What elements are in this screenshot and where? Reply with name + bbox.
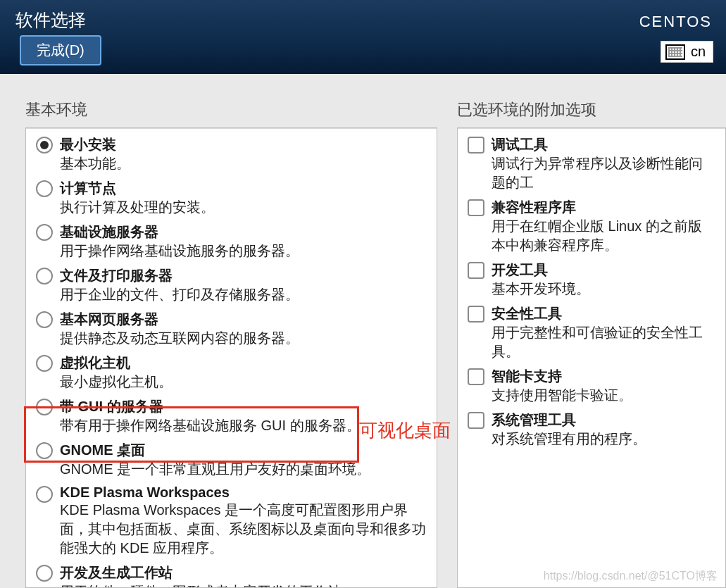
option-title: 计算节点 bbox=[60, 179, 427, 198]
option-desc: 用于软件、硬件、图形或者内容开发的工作站。 bbox=[60, 582, 427, 588]
radio-icon bbox=[36, 137, 53, 154]
option-desc: KDE Plasma Workspaces 是一个高度可配置图形用户界面，其中包… bbox=[60, 501, 427, 558]
base-env-option[interactable]: 基础设施服务器用于操作网络基础设施服务的服务器。 bbox=[26, 220, 437, 263]
base-env-option[interactable]: 计算节点执行计算及处理的安装。 bbox=[26, 176, 437, 220]
addon-option[interactable]: 智能卡支持支持使用智能卡验证。 bbox=[458, 364, 725, 408]
base-env-option[interactable]: 文件及打印服务器用于企业的文件、打印及存储服务器。 bbox=[26, 263, 437, 307]
option-desc: 用于企业的文件、打印及存储服务器。 bbox=[60, 285, 427, 304]
option-title: 基础设施服务器 bbox=[60, 223, 427, 242]
base-env-option[interactable]: 带 GUI 的服务器带有用于操作网络基础设施服务 GUI 的服务器。 bbox=[26, 394, 437, 438]
keyboard-icon bbox=[665, 44, 685, 60]
option-title: KDE Plasma Workspaces bbox=[60, 484, 427, 501]
option-desc: 用于在红帽企业版 Linux 的之前版本中构兼容程序库。 bbox=[492, 217, 715, 255]
base-env-heading: 基本环境 bbox=[25, 99, 437, 120]
option-desc: 对系统管理有用的程序。 bbox=[492, 430, 715, 449]
radio-icon bbox=[36, 268, 53, 284]
radio-icon bbox=[36, 180, 53, 197]
radio-icon bbox=[36, 399, 53, 415]
option-title: 开发工具 bbox=[492, 261, 715, 280]
option-title: 调试工具 bbox=[492, 135, 715, 154]
addon-option[interactable]: 调试工具调试行为异常程序以及诊断性能问题的工 bbox=[458, 132, 725, 195]
base-env-option[interactable]: 基本网页服务器提供静态及动态互联网内容的服务器。 bbox=[26, 307, 437, 351]
option-desc: 带有用于操作网络基础设施服务 GUI 的服务器。 bbox=[60, 416, 427, 435]
option-title: 开发及生成工作站 bbox=[60, 563, 427, 582]
option-title: 虚拟化主机 bbox=[60, 354, 427, 373]
radio-icon bbox=[36, 565, 53, 582]
brand-label: CENTOS bbox=[639, 13, 712, 31]
addon-option[interactable]: 安全性工具用于完整性和可信验证的安全性工具。 bbox=[458, 301, 725, 364]
header: 软件选择 完成(D) CENTOS cn bbox=[0, 0, 726, 74]
option-title: 兼容性程序库 bbox=[492, 198, 715, 217]
radio-icon bbox=[36, 224, 53, 241]
checkbox-icon bbox=[468, 199, 484, 216]
base-env-option[interactable]: 开发及生成工作站用于软件、硬件、图形或者内容开发的工作站。 bbox=[26, 561, 437, 588]
option-desc: 提供静态及动态互联网内容的服务器。 bbox=[60, 329, 427, 348]
radio-icon bbox=[36, 355, 53, 372]
option-title: 智能卡支持 bbox=[492, 367, 715, 386]
checkbox-icon bbox=[468, 262, 484, 279]
base-env-option[interactable]: GNOME 桌面GNOME 是一个非常直观且用户友好的桌面环境。 bbox=[26, 438, 437, 482]
base-env-option[interactable]: 最小安装基本功能。 bbox=[26, 132, 437, 176]
option-desc: 基本开发环境。 bbox=[492, 280, 715, 299]
option-title: 带 GUI 的服务器 bbox=[60, 397, 427, 416]
radio-icon bbox=[36, 311, 53, 328]
radio-icon bbox=[36, 486, 53, 503]
addon-option[interactable]: 兼容性程序库用于在红帽企业版 Linux 的之前版本中构兼容程序库。 bbox=[458, 195, 725, 258]
option-title: GNOME 桌面 bbox=[60, 441, 427, 460]
keyboard-layout-label: cn bbox=[691, 44, 706, 60]
base-env-panel: 最小安装基本功能。计算节点执行计算及处理的安装。基础设施服务器用于操作网络基础设… bbox=[25, 127, 437, 588]
checkbox-icon bbox=[468, 368, 484, 385]
done-button[interactable]: 完成(D) bbox=[20, 35, 101, 65]
addon-option[interactable]: 开发工具基本开发环境。 bbox=[458, 258, 725, 301]
option-title: 最小安装 bbox=[60, 135, 427, 154]
addons-heading: 已选环境的附加选项 bbox=[457, 99, 726, 120]
checkbox-icon bbox=[468, 306, 484, 323]
radio-icon bbox=[36, 442, 53, 459]
base-env-option[interactable]: 虚拟化主机最小虚拟化主机。 bbox=[26, 351, 437, 394]
option-title: 系统管理工具 bbox=[492, 411, 715, 430]
option-title: 安全性工具 bbox=[492, 304, 715, 323]
option-desc: GNOME 是一个非常直观且用户友好的桌面环境。 bbox=[60, 460, 427, 479]
option-desc: 基本功能。 bbox=[60, 154, 427, 173]
page-title: 软件选择 bbox=[15, 8, 86, 32]
checkbox-icon bbox=[468, 137, 484, 154]
option-desc: 支持使用智能卡验证。 bbox=[492, 386, 715, 405]
keyboard-indicator[interactable]: cn bbox=[661, 41, 713, 63]
checkbox-icon bbox=[468, 412, 484, 429]
option-title: 文件及打印服务器 bbox=[60, 266, 427, 285]
option-desc: 调试行为异常程序以及诊断性能问题的工 bbox=[492, 154, 715, 192]
option-desc: 用于完整性和可信验证的安全性工具。 bbox=[492, 323, 715, 361]
addon-option[interactable]: 系统管理工具对系统管理有用的程序。 bbox=[458, 408, 725, 451]
option-title: 基本网页服务器 bbox=[60, 310, 427, 329]
option-desc: 用于操作网络基础设施服务的服务器。 bbox=[60, 242, 427, 261]
option-desc: 执行计算及处理的安装。 bbox=[60, 198, 427, 217]
base-env-option[interactable]: KDE Plasma WorkspacesKDE Plasma Workspac… bbox=[26, 482, 437, 561]
option-desc: 最小虚拟化主机。 bbox=[60, 373, 427, 392]
addons-panel: 调试工具调试行为异常程序以及诊断性能问题的工兼容性程序库用于在红帽企业版 Lin… bbox=[457, 127, 726, 588]
